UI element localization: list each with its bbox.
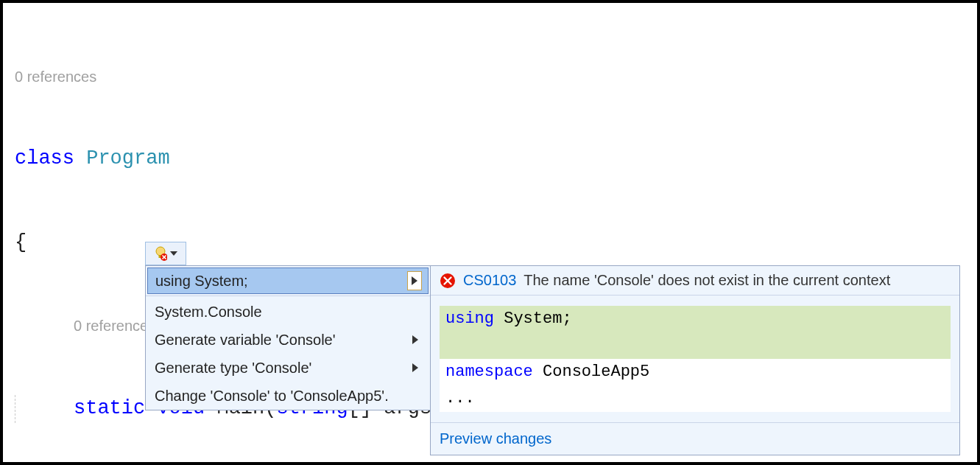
preview-footer: Preview changes	[431, 422, 959, 455]
submenu-indicator	[408, 358, 423, 377]
preview-code-block: using System; namespace ConsoleApp5 ...	[440, 306, 951, 412]
quickfix-item-label: Generate type 'Console'	[155, 360, 311, 377]
error-header: CS0103 The name 'Console' does not exist…	[431, 266, 959, 296]
chevron-down-icon	[170, 251, 177, 256]
quickfix-item-label: System.Console	[155, 304, 262, 321]
preview-ellipsis: ...	[440, 385, 951, 412]
preview-added-blank	[440, 332, 951, 359]
keyword-class: class	[15, 147, 74, 169]
error-code[interactable]: CS0103	[463, 272, 516, 289]
menu-separator	[146, 296, 430, 296]
quickfix-menu: using System; System.Console Generate va…	[145, 265, 431, 410]
quickfix-preview-panel: CS0103 The name 'Console' does not exist…	[430, 265, 960, 455]
chevron-right-icon	[412, 276, 417, 285]
preview-added-line: using System;	[440, 306, 951, 332]
quickfix-item-change-to-consoleapp5[interactable]: Change 'Console' to 'ConsoleApp5'.	[146, 382, 430, 410]
quickfix-item-label: using System;	[155, 273, 248, 290]
submenu-indicator	[407, 271, 422, 290]
preview-changes-link[interactable]: Preview changes	[440, 430, 551, 447]
quickfix-item-label: Generate variable 'Console'	[155, 332, 336, 349]
brace: {	[15, 231, 27, 254]
codelens-class[interactable]: 0 references	[15, 63, 977, 90]
chevron-right-icon	[412, 363, 418, 372]
lightbulb-quickfix-button[interactable]	[145, 242, 186, 265]
submenu-indicator	[408, 330, 423, 349]
preview-context-line: namespace ConsoleApp5	[440, 359, 951, 385]
quickfix-item-generate-type[interactable]: Generate type 'Console'	[146, 354, 430, 382]
chevron-right-icon	[412, 335, 418, 344]
quickfix-item-label: Change 'Console' to 'ConsoleApp5'.	[155, 388, 389, 405]
type-program: Program	[86, 147, 169, 169]
error-message: The name 'Console' does not exist in the…	[524, 272, 890, 289]
quickfix-item-generate-variable[interactable]: Generate variable 'Console'	[146, 326, 430, 354]
quickfix-item-using-system[interactable]: using System;	[147, 268, 429, 294]
keyword-static: static	[74, 397, 145, 419]
lightbulb-icon	[154, 245, 167, 262]
quickfix-item-system-console[interactable]: System.Console	[146, 298, 430, 326]
error-icon	[440, 273, 456, 289]
code-line[interactable]: class Program	[15, 145, 977, 173]
